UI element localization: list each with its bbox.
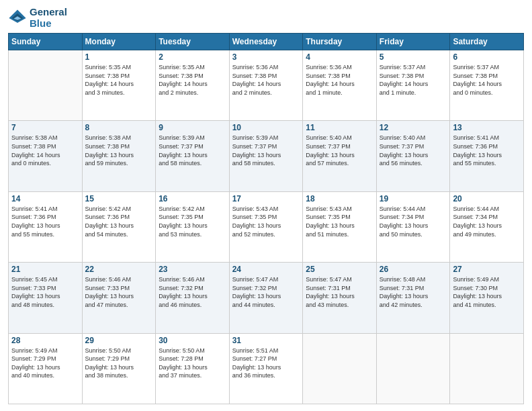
page-container: General Blue SundayMondayTuesdayWednesda…: [0, 0, 532, 411]
calendar-cell: 31Sunrise: 5:51 AMSunset: 7:27 PMDayligh…: [229, 333, 303, 404]
col-header-wednesday: Wednesday: [229, 34, 303, 50]
calendar-cell: 22Sunrise: 5:46 AMSunset: 7:33 PMDayligh…: [82, 263, 156, 333]
calendar-cell: [9, 50, 83, 121]
calendar-cell: 18Sunrise: 5:43 AMSunset: 7:35 PMDayligh…: [303, 191, 377, 262]
week-row-4: 21Sunrise: 5:45 AMSunset: 7:33 PMDayligh…: [9, 263, 524, 333]
day-number: 13: [453, 123, 521, 132]
day-info: Sunrise: 5:37 AMSunset: 7:38 PMDaylight:…: [380, 63, 447, 97]
calendar-cell: 2Sunrise: 5:35 AMSunset: 7:38 PMDaylight…: [156, 50, 230, 121]
calendar-cell: 23Sunrise: 5:46 AMSunset: 7:32 PMDayligh…: [156, 263, 230, 333]
day-number: 16: [159, 194, 226, 203]
day-info: Sunrise: 5:42 AMSunset: 7:35 PMDaylight:…: [159, 205, 226, 238]
day-number: 31: [232, 336, 300, 345]
header: General Blue: [8, 7, 524, 29]
day-info: Sunrise: 5:51 AMSunset: 7:27 PMDaylight:…: [232, 347, 300, 380]
week-row-1: 1Sunrise: 5:35 AMSunset: 7:38 PMDaylight…: [9, 50, 524, 121]
calendar-cell: 5Sunrise: 5:37 AMSunset: 7:38 PMDaylight…: [376, 50, 450, 121]
day-number: 23: [159, 265, 226, 274]
col-header-saturday: Saturday: [450, 34, 524, 50]
col-header-tuesday: Tuesday: [156, 34, 230, 50]
day-info: Sunrise: 5:46 AMSunset: 7:32 PMDaylight:…: [159, 275, 226, 309]
day-number: 1: [85, 52, 153, 62]
day-info: Sunrise: 5:38 AMSunset: 7:38 PMDaylight:…: [11, 134, 79, 167]
calendar-cell: 26Sunrise: 5:48 AMSunset: 7:31 PMDayligh…: [376, 263, 450, 333]
calendar-cell: [376, 333, 450, 404]
day-info: Sunrise: 5:44 AMSunset: 7:34 PMDaylight:…: [380, 205, 447, 238]
col-header-sunday: Sunday: [9, 34, 83, 50]
calendar-cell: 9Sunrise: 5:39 AMSunset: 7:37 PMDaylight…: [156, 121, 230, 191]
week-row-5: 28Sunrise: 5:49 AMSunset: 7:29 PMDayligh…: [9, 333, 524, 404]
calendar-cell: 20Sunrise: 5:44 AMSunset: 7:34 PMDayligh…: [450, 191, 524, 262]
day-number: 24: [232, 265, 300, 274]
day-info: Sunrise: 5:45 AMSunset: 7:33 PMDaylight:…: [11, 275, 79, 309]
day-info: Sunrise: 5:39 AMSunset: 7:37 PMDaylight:…: [159, 134, 226, 167]
day-number: 26: [380, 265, 447, 274]
calendar-header-row: SundayMondayTuesdayWednesdayThursdayFrid…: [9, 34, 524, 50]
day-info: Sunrise: 5:42 AMSunset: 7:36 PMDaylight:…: [85, 205, 153, 238]
calendar-cell: 13Sunrise: 5:41 AMSunset: 7:36 PMDayligh…: [450, 121, 524, 191]
day-number: 15: [85, 194, 153, 203]
day-number: 2: [159, 52, 226, 62]
calendar-cell: 3Sunrise: 5:36 AMSunset: 7:38 PMDaylight…: [229, 50, 303, 121]
calendar-cell: [450, 333, 524, 404]
day-info: Sunrise: 5:50 AMSunset: 7:29 PMDaylight:…: [85, 347, 153, 380]
calendar-cell: 21Sunrise: 5:45 AMSunset: 7:33 PMDayligh…: [9, 263, 83, 333]
col-header-thursday: Thursday: [303, 34, 377, 50]
day-number: 9: [159, 123, 226, 132]
day-number: 12: [380, 123, 447, 132]
day-number: 3: [232, 52, 300, 62]
day-info: Sunrise: 5:49 AMSunset: 7:29 PMDaylight:…: [11, 347, 79, 380]
day-number: 5: [380, 52, 447, 62]
calendar-cell: 8Sunrise: 5:38 AMSunset: 7:38 PMDaylight…: [82, 121, 156, 191]
day-info: Sunrise: 5:36 AMSunset: 7:38 PMDaylight:…: [232, 63, 300, 97]
day-number: 8: [85, 123, 153, 132]
calendar-cell: 15Sunrise: 5:42 AMSunset: 7:36 PMDayligh…: [82, 191, 156, 262]
calendar-cell: 7Sunrise: 5:38 AMSunset: 7:38 PMDaylight…: [9, 121, 83, 191]
calendar-cell: 10Sunrise: 5:39 AMSunset: 7:37 PMDayligh…: [229, 121, 303, 191]
calendar-cell: 24Sunrise: 5:47 AMSunset: 7:32 PMDayligh…: [229, 263, 303, 333]
calendar-cell: 28Sunrise: 5:49 AMSunset: 7:29 PMDayligh…: [9, 333, 83, 404]
day-number: 29: [85, 336, 153, 345]
col-header-friday: Friday: [376, 34, 450, 50]
day-number: 14: [11, 194, 79, 203]
day-info: Sunrise: 5:46 AMSunset: 7:33 PMDaylight:…: [85, 275, 153, 309]
day-info: Sunrise: 5:47 AMSunset: 7:32 PMDaylight:…: [232, 275, 300, 309]
day-info: Sunrise: 5:50 AMSunset: 7:28 PMDaylight:…: [159, 347, 226, 380]
calendar-cell: 27Sunrise: 5:49 AMSunset: 7:30 PMDayligh…: [450, 263, 524, 333]
calendar-cell: 25Sunrise: 5:47 AMSunset: 7:31 PMDayligh…: [303, 263, 377, 333]
calendar-cell: 1Sunrise: 5:35 AMSunset: 7:38 PMDaylight…: [82, 50, 156, 121]
day-info: Sunrise: 5:43 AMSunset: 7:35 PMDaylight:…: [306, 205, 373, 238]
day-info: Sunrise: 5:35 AMSunset: 7:38 PMDaylight:…: [85, 63, 153, 97]
day-number: 25: [306, 265, 373, 274]
calendar-cell: 29Sunrise: 5:50 AMSunset: 7:29 PMDayligh…: [82, 333, 156, 404]
day-number: 6: [453, 52, 521, 62]
day-number: 20: [453, 194, 521, 203]
logo-icon: [8, 9, 27, 28]
calendar-cell: 14Sunrise: 5:41 AMSunset: 7:36 PMDayligh…: [9, 191, 83, 262]
day-number: 28: [11, 336, 79, 345]
logo: General Blue: [8, 7, 67, 29]
calendar-cell: 30Sunrise: 5:50 AMSunset: 7:28 PMDayligh…: [156, 333, 230, 404]
day-info: Sunrise: 5:36 AMSunset: 7:38 PMDaylight:…: [306, 63, 373, 97]
day-info: Sunrise: 5:48 AMSunset: 7:31 PMDaylight:…: [380, 275, 447, 309]
calendar-cell: 6Sunrise: 5:37 AMSunset: 7:38 PMDaylight…: [450, 50, 524, 121]
logo-text: General Blue: [30, 7, 67, 29]
col-header-monday: Monday: [82, 34, 156, 50]
day-info: Sunrise: 5:41 AMSunset: 7:36 PMDaylight:…: [11, 205, 79, 238]
day-number: 10: [232, 123, 300, 132]
day-number: 4: [306, 52, 373, 62]
day-info: Sunrise: 5:40 AMSunset: 7:37 PMDaylight:…: [306, 134, 373, 167]
day-info: Sunrise: 5:41 AMSunset: 7:36 PMDaylight:…: [453, 134, 521, 167]
day-info: Sunrise: 5:49 AMSunset: 7:30 PMDaylight:…: [453, 275, 521, 309]
day-info: Sunrise: 5:35 AMSunset: 7:38 PMDaylight:…: [159, 63, 226, 97]
day-number: 18: [306, 194, 373, 203]
day-number: 11: [306, 123, 373, 132]
day-number: 17: [232, 194, 300, 203]
day-info: Sunrise: 5:40 AMSunset: 7:37 PMDaylight:…: [380, 134, 447, 167]
day-number: 19: [380, 194, 447, 203]
day-number: 22: [85, 265, 153, 274]
day-number: 7: [11, 123, 79, 132]
calendar-table: SundayMondayTuesdayWednesdayThursdayFrid…: [8, 33, 524, 404]
day-info: Sunrise: 5:37 AMSunset: 7:38 PMDaylight:…: [453, 63, 521, 97]
calendar-cell: [303, 333, 377, 404]
